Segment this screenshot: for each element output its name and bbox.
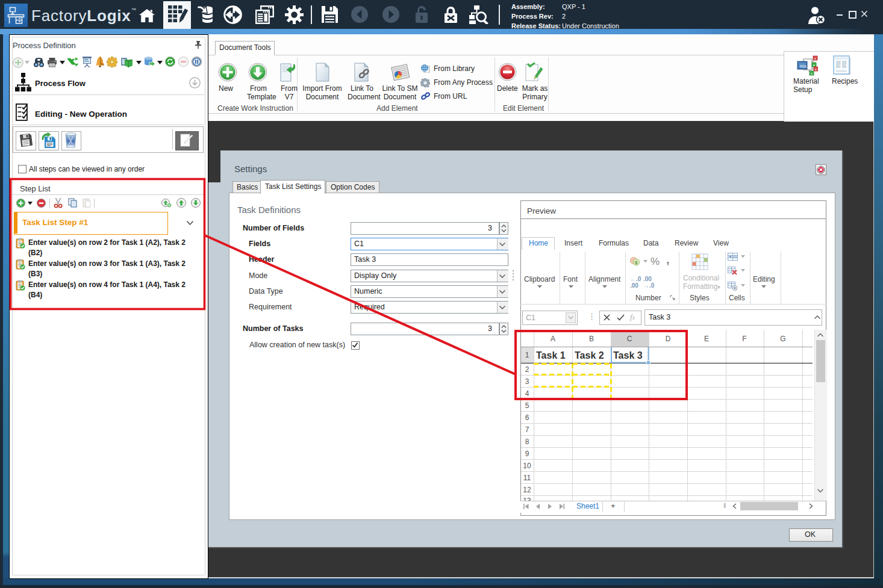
svg-text:12: 12 <box>523 486 531 494</box>
svg-text:8: 8 <box>525 438 529 446</box>
svg-text:4: 4 <box>525 389 529 398</box>
svg-text:11: 11 <box>523 474 531 482</box>
svg-text:Task 2: Task 2 <box>575 350 604 361</box>
svg-text:Task 3: Task 3 <box>613 350 643 361</box>
svg-text:1: 1 <box>525 351 529 359</box>
svg-text:F: F <box>742 335 746 343</box>
svg-text:$: $ <box>635 260 638 265</box>
svg-text:SQL: SQL <box>800 64 808 68</box>
svg-text:E: E <box>704 335 709 343</box>
svg-text:7: 7 <box>525 426 529 434</box>
svg-text:9: 9 <box>525 450 529 458</box>
svg-text:Task 1: Task 1 <box>536 350 566 361</box>
svg-text:6: 6 <box>525 413 529 422</box>
svg-text:D: D <box>666 335 671 343</box>
svg-text:B: B <box>589 335 594 343</box>
svg-text:13: 13 <box>523 497 531 501</box>
svg-text:G: G <box>780 335 785 343</box>
svg-text:A: A <box>551 335 555 343</box>
svg-text:3: 3 <box>525 377 529 386</box>
svg-text:2: 2 <box>525 365 529 374</box>
svg-text:10: 10 <box>523 462 531 470</box>
svg-text:5: 5 <box>525 401 529 410</box>
svg-text:C: C <box>627 335 632 343</box>
